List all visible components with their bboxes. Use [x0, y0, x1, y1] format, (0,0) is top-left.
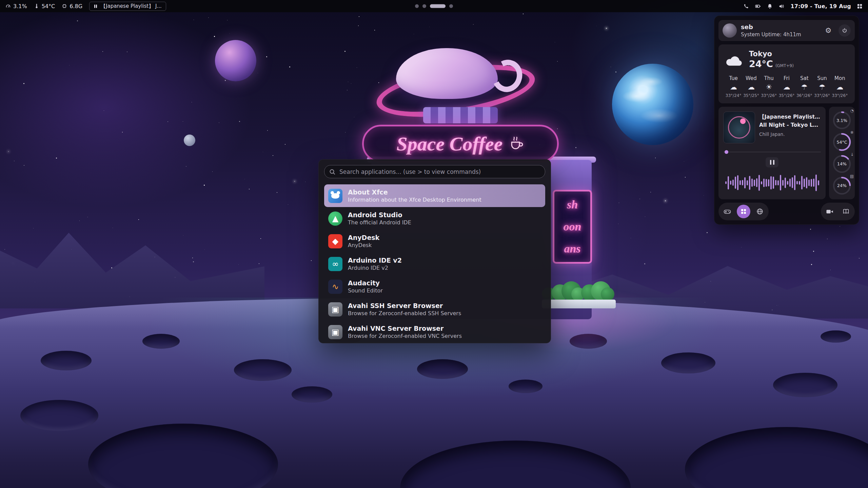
progress-bar[interactable]: [723, 151, 821, 152]
weather-icon: ☀: [766, 84, 772, 91]
bell-icon[interactable]: [767, 3, 773, 9]
book-icon: [843, 208, 849, 215]
waveform-bar: [794, 175, 795, 190]
app-row[interactable]: ∿AudacitySound Editor: [324, 275, 545, 298]
waveform-bar: [818, 180, 819, 185]
star: [167, 121, 168, 122]
thermometer-icon: [34, 3, 39, 9]
app-name: Arduino IDE v2: [348, 257, 402, 264]
app-row[interactable]: ▣Avahi VNC Server BrowserBrowse for Zero…: [324, 321, 545, 343]
weather-timezone: (GMT+9): [775, 63, 794, 68]
clock[interactable]: 17:09 - Tue, 19 Aug: [790, 3, 851, 9]
globe-button[interactable]: [753, 205, 767, 218]
app-description: Information about the Xfce Desktop Envir…: [348, 197, 481, 203]
waveform-bar: [725, 181, 727, 184]
forecast-day: Mon☁33°/26°: [831, 75, 849, 98]
crater: [292, 386, 332, 403]
screen-record-button[interactable]: [823, 205, 836, 218]
star: [102, 51, 103, 52]
arduino-icon: ∞: [328, 257, 342, 271]
forecast-day-name: Wed: [746, 75, 757, 81]
workspace-dot[interactable]: [422, 4, 426, 8]
neon-sign-text: Space Coffee: [397, 133, 503, 155]
app-description: Sound Editor: [348, 288, 383, 294]
battery-icon[interactable]: [755, 3, 761, 9]
search-input[interactable]: [339, 168, 540, 176]
play-pause-button[interactable]: [766, 157, 778, 167]
disk-gauge: 24%▤: [831, 175, 852, 196]
waveform-bar: [813, 179, 814, 187]
cloud-icon: [725, 53, 744, 67]
waveform-bar: [804, 179, 805, 187]
waveform-bar: [768, 179, 769, 186]
app-row[interactable]: About XfceInformation about the Xfce Des…: [324, 184, 545, 207]
neon-sign: Space Coffee: [362, 125, 559, 163]
avatar: [723, 23, 737, 38]
star: [266, 56, 267, 57]
star: [357, 67, 357, 68]
memory-chip-icon: [62, 3, 67, 9]
star: [645, 217, 645, 217]
app-row[interactable]: ▲Android StudioThe official Android IDE: [324, 207, 545, 230]
workspace-dot[interactable]: [415, 4, 419, 8]
star: [267, 130, 268, 131]
crater: [509, 380, 542, 393]
star: [615, 72, 616, 73]
volume-icon[interactable]: [778, 3, 785, 9]
forecast-temps: 35°/26°: [779, 93, 795, 98]
apps-button[interactable]: [737, 205, 750, 218]
top-panel: 3.1% 54°C 6.8G: [0, 0, 868, 12]
gauge-value: 3.1%: [836, 118, 847, 123]
notes-button[interactable]: [839, 205, 853, 218]
waveform-bar: [744, 177, 746, 188]
xfce-icon: [328, 189, 342, 203]
audio-waveform: [723, 171, 821, 195]
crater: [20, 400, 98, 431]
settings-button[interactable]: ⚙: [822, 24, 834, 37]
star: [523, 14, 524, 14]
power-button[interactable]: [839, 24, 851, 37]
weather-icon: ☁: [730, 84, 737, 91]
gauge-value: 14%: [837, 161, 847, 166]
search-bar[interactable]: [324, 165, 545, 178]
phone-icon[interactable]: [743, 3, 749, 9]
star: [193, 261, 194, 262]
star: [192, 258, 193, 258]
temperature-gauge-icon: ❄: [850, 130, 854, 135]
memory-usage: 6.8G: [62, 3, 82, 9]
app-grid-icon[interactable]: [857, 3, 863, 9]
workspace-dot[interactable]: [430, 4, 446, 8]
star: [840, 226, 840, 227]
waveform-bar: [796, 181, 798, 184]
app-name: AnyDesk: [348, 234, 379, 241]
sign-marquee: [423, 107, 498, 123]
weather-forecast: Tue☁33°/24°Wed☁35°/25°Thu☀33°/26°Fri☁35°…: [725, 75, 849, 98]
album-art: [723, 111, 755, 143]
star: [239, 121, 240, 122]
app-row[interactable]: ▣Avahi SSH Server BrowserBrowse for Zero…: [324, 298, 545, 321]
power-icon: [842, 28, 847, 33]
workspace-dot[interactable]: [449, 4, 453, 8]
android-studio-icon: ▲: [328, 211, 342, 226]
memory-gauge: 14%↓: [831, 154, 852, 175]
weather-temperature: 24°C: [749, 59, 773, 69]
coffee-cup-icon: [509, 135, 525, 152]
avahi-ssh-icon: ▣: [328, 302, 342, 317]
weather-icon: ☂: [801, 84, 808, 91]
memory-gauge-icon: ↓: [850, 152, 854, 157]
media-player-card: 【Japanese Playlist】 Japan All Night - To…: [718, 107, 826, 199]
progress-handle[interactable]: [725, 150, 728, 154]
waveform-bar: [777, 180, 779, 185]
forecast-day: Thu☀33°/26°: [760, 75, 778, 98]
app-row[interactable]: ◆AnyDeskAnyDesk: [324, 230, 545, 252]
weather-city: Tokyo: [749, 50, 794, 58]
user-name: seb: [741, 23, 818, 30]
app-description: The official Android IDE: [348, 220, 411, 226]
gamepad-button[interactable]: [721, 205, 734, 218]
search-icon: [329, 169, 335, 175]
forecast-day-name: Sat: [800, 75, 809, 81]
workspace-indicator[interactable]: [415, 4, 453, 8]
app-row[interactable]: ∞Arduino IDE v2Arduino IDE v2: [324, 252, 545, 275]
star: [374, 30, 375, 30]
topbar-music-widget[interactable]: 【Japanese Playlist】 J...: [89, 2, 166, 11]
